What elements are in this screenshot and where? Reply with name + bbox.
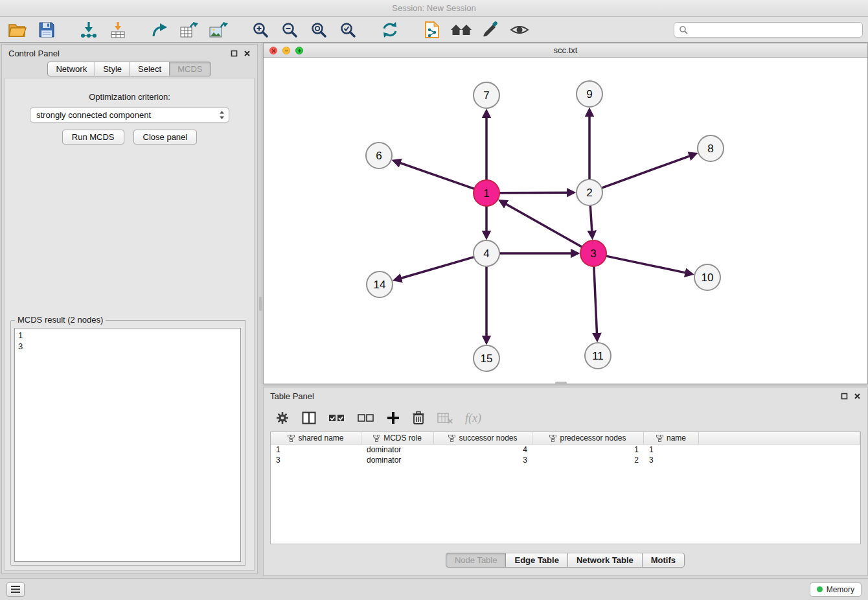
close-table-panel-icon[interactable] — [854, 393, 861, 400]
close-panel-icon[interactable] — [244, 50, 251, 57]
zoom-selected-button[interactable] — [336, 19, 360, 40]
import-network-icon — [80, 21, 98, 38]
save-session-button[interactable] — [34, 19, 59, 40]
node-10[interactable]: 10 — [694, 264, 720, 290]
export-table-button[interactable] — [177, 19, 201, 40]
splitter-handle-horizontal[interactable] — [555, 382, 567, 384]
status-list-button[interactable] — [6, 583, 25, 597]
node-15[interactable]: 15 — [474, 345, 499, 371]
svg-text:15: 15 — [481, 352, 493, 365]
node-14[interactable]: 14 — [367, 271, 393, 297]
splitter-handle-vertical[interactable] — [259, 297, 262, 311]
tab-network-table[interactable]: Network Table — [567, 553, 643, 568]
column-header-label: MCDS role — [383, 433, 422, 443]
float-table-panel-icon[interactable] — [841, 393, 848, 400]
delete-button[interactable] — [412, 411, 425, 425]
run-mcds-button[interactable]: Run MCDS — [62, 130, 124, 144]
deselect-all-button[interactable] — [358, 412, 374, 424]
network-file-icon — [424, 21, 440, 39]
edge-2-8[interactable] — [602, 154, 696, 189]
tab-edge-table[interactable]: Edge Table — [505, 553, 567, 568]
zoom-fit-button[interactable] — [306, 19, 331, 40]
network-file-button[interactable] — [420, 19, 444, 40]
gear-icon — [275, 411, 290, 425]
node-11[interactable]: 11 — [585, 343, 611, 369]
open-session-button[interactable] — [5, 19, 30, 40]
cell-mcds-role: dominator — [361, 456, 434, 465]
network-graph[interactable]: 7968124314101511 — [264, 58, 868, 385]
tab-motifs[interactable]: Motifs — [642, 553, 685, 568]
node-2[interactable]: 2 — [577, 179, 602, 205]
column-header-successor-nodes[interactable]: successor nodes — [434, 432, 532, 444]
cell-predecessor-nodes: 2 — [532, 456, 644, 465]
edge-1-2[interactable] — [499, 192, 573, 193]
column-header-mcds-role[interactable]: MCDS role — [361, 432, 434, 444]
edge-3-10[interactable] — [606, 256, 692, 274]
cell-name: 1 — [644, 445, 699, 454]
cell-shared-name: 1 — [271, 445, 361, 454]
table-row[interactable]: 3dominator323 — [271, 455, 860, 465]
column-header-name[interactable]: name — [644, 432, 699, 444]
control-panel: Control Panel NetworkStyleSelectMCDS Opt… — [1, 44, 258, 574]
maximize-window-button[interactable] — [295, 47, 303, 54]
minimize-window-button[interactable] — [282, 47, 290, 54]
mcds-result-line: 3 — [18, 341, 237, 352]
node-1[interactable]: 1 — [474, 180, 499, 206]
edge-2-3[interactable] — [590, 205, 592, 237]
criterion-dropdown[interactable]: strongly connected component — [30, 108, 229, 122]
node-3[interactable]: 3 — [580, 240, 606, 266]
cell-name: 3 — [644, 456, 699, 465]
mcds-result-list[interactable]: 13 — [14, 328, 241, 562]
svg-text:8: 8 — [707, 143, 713, 155]
zoom-out-icon — [281, 21, 298, 38]
trash-icon — [412, 411, 425, 425]
node-8[interactable]: 8 — [698, 135, 724, 161]
edge-3-1[interactable] — [501, 201, 582, 247]
import-network-button[interactable] — [76, 19, 101, 40]
tab-style[interactable]: Style — [95, 62, 130, 76]
home-button[interactable] — [449, 19, 474, 40]
select-all-button[interactable] — [328, 412, 345, 424]
node-7[interactable]: 7 — [474, 82, 499, 108]
table-panel: Table Panel f(x) shared nameMCDS role — [263, 387, 868, 576]
window-titlebar[interactable]: Session: New Session — [0, 0, 868, 17]
plus-icon — [387, 411, 400, 424]
table-settings-button[interactable] — [275, 411, 290, 425]
show-columns-button[interactable] — [302, 411, 316, 424]
table-toolbar: f(x) — [270, 406, 861, 430]
tab-select[interactable]: Select — [130, 62, 170, 76]
edge-4-14[interactable] — [395, 257, 474, 280]
edge-1-6[interactable] — [394, 161, 475, 189]
tab-node-table[interactable]: Node Table — [446, 553, 507, 568]
node-9[interactable]: 9 — [577, 81, 602, 107]
zoom-out-button[interactable] — [277, 19, 302, 40]
table-row[interactable]: 1dominator411 — [271, 444, 860, 455]
close-panel-button[interactable]: Close panel — [133, 130, 198, 144]
node-4[interactable]: 4 — [474, 240, 499, 266]
tab-network[interactable]: Network — [47, 62, 95, 76]
cell-successor-nodes: 3 — [434, 456, 532, 465]
status-bar: Memory — [0, 578, 868, 600]
node-6[interactable]: 6 — [366, 143, 392, 168]
add-button[interactable] — [387, 411, 400, 424]
tab-mcds[interactable]: MCDS — [169, 62, 211, 76]
zoom-in-button[interactable] — [248, 19, 273, 40]
search-input[interactable] — [691, 25, 858, 34]
memory-button[interactable]: Memory — [810, 583, 862, 597]
float-panel-icon[interactable] — [231, 50, 238, 57]
network-window-titlebar[interactable]: scc.txt — [264, 43, 867, 58]
refresh-layout-button[interactable] — [378, 19, 402, 40]
export-image-icon — [209, 21, 228, 38]
close-window-button[interactable] — [269, 47, 277, 54]
export-network-button[interactable] — [148, 19, 172, 40]
edge-3-11[interactable] — [594, 266, 597, 340]
column-header-shared-name[interactable]: shared name — [271, 432, 361, 444]
import-table-button[interactable] — [106, 19, 130, 40]
export-image-button[interactable] — [206, 19, 231, 40]
apply-style-button[interactable] — [478, 19, 503, 40]
show-details-button[interactable] — [507, 19, 532, 40]
control-panel-title: Control Panel — [8, 49, 60, 58]
zoom-fit-icon — [310, 21, 327, 38]
column-header-predecessor-nodes[interactable]: predecessor nodes — [532, 432, 644, 444]
search-field[interactable] — [674, 22, 863, 38]
